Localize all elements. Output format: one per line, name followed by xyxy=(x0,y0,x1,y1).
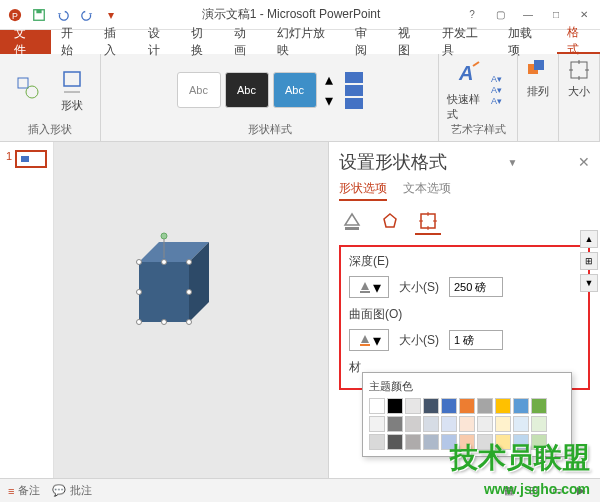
tab-addins[interactable]: 加载项 xyxy=(498,30,553,54)
svg-point-18 xyxy=(187,290,192,295)
arrange-button[interactable]: 排列 xyxy=(526,58,550,99)
svg-rect-22 xyxy=(421,214,435,228)
svg-point-12 xyxy=(187,260,192,265)
color-swatch[interactable] xyxy=(477,398,493,414)
color-swatch[interactable] xyxy=(531,398,547,414)
next-slide-icon[interactable]: ▼ xyxy=(580,274,598,292)
quick-styles-button[interactable]: A 快速样式 xyxy=(447,58,487,122)
color-swatch[interactable] xyxy=(405,434,421,450)
shape-style-gallery[interactable]: Abc Abc Abc xyxy=(177,72,317,108)
color-swatch[interactable] xyxy=(459,416,475,432)
color-swatch[interactable] xyxy=(423,416,439,432)
tab-insert[interactable]: 插入 xyxy=(94,30,137,54)
depth-size-label: 大小(S) xyxy=(399,279,439,296)
svg-point-19 xyxy=(161,233,167,239)
svg-point-16 xyxy=(162,320,167,325)
size-button[interactable]: 大小 xyxy=(567,58,591,99)
contour-color-dropdown[interactable]: ▾ xyxy=(349,329,389,351)
fill-line-icon[interactable] xyxy=(339,209,365,235)
color-swatch[interactable] xyxy=(387,398,403,414)
ribbon: 形状 插入形状 Abc Abc Abc ▴▾ 形状样式 A 快速样式 xyxy=(0,54,600,142)
color-swatch[interactable] xyxy=(441,398,457,414)
ribbon-tabs: 文件 开始 插入 设计 切换 动画 幻灯片放映 审阅 视图 开发工具 加载项 格… xyxy=(0,30,600,54)
color-swatch[interactable] xyxy=(513,398,529,414)
comments-button[interactable]: 💬批注 xyxy=(52,483,92,498)
tab-transitions[interactable]: 切换 xyxy=(181,30,224,54)
tab-slideshow[interactable]: 幻灯片放映 xyxy=(267,30,345,54)
color-swatch[interactable] xyxy=(477,416,493,432)
tab-format[interactable]: 格式 xyxy=(557,30,600,54)
color-swatch[interactable] xyxy=(387,434,403,450)
save-icon[interactable] xyxy=(28,4,50,26)
effects-icon[interactable] xyxy=(377,209,403,235)
contour-size-label: 大小(S) xyxy=(399,332,439,349)
maximize-icon[interactable]: □ xyxy=(544,5,568,25)
help-icon[interactable]: ? xyxy=(460,5,484,25)
depth-size-input[interactable] xyxy=(449,277,503,297)
shape-outline-button[interactable] xyxy=(345,85,363,96)
color-swatch[interactable] xyxy=(405,398,421,414)
slide-thumbnails: 1 xyxy=(0,142,54,478)
text-effects-button[interactable]: A▾ xyxy=(491,96,509,106)
color-swatch[interactable] xyxy=(405,416,421,432)
color-swatch[interactable] xyxy=(441,416,457,432)
svg-point-14 xyxy=(187,320,192,325)
prev-slide-icon[interactable]: ▲ xyxy=(580,230,598,248)
group-arrange: 排列 xyxy=(518,54,559,141)
color-swatch[interactable] xyxy=(423,434,439,450)
svg-point-15 xyxy=(162,260,167,265)
color-swatch[interactable] xyxy=(495,398,511,414)
contour-label: 曲面图(O) xyxy=(349,306,580,323)
tab-animations[interactable]: 动画 xyxy=(224,30,267,54)
shapes-label: 形状 xyxy=(61,98,83,113)
color-swatch[interactable] xyxy=(369,398,385,414)
depth-color-dropdown[interactable]: ▾ xyxy=(349,276,389,298)
size-properties-icon[interactable] xyxy=(415,209,441,235)
svg-text:A: A xyxy=(458,62,473,84)
color-swatch[interactable] xyxy=(513,416,529,432)
slide-canvas[interactable] xyxy=(54,142,328,478)
tab-file[interactable]: 文件 xyxy=(0,30,51,54)
color-swatch[interactable] xyxy=(459,398,475,414)
notes-button[interactable]: ≡备注 xyxy=(8,483,40,498)
fit-icon[interactable]: ⊞ xyxy=(580,252,598,270)
style-preset-black[interactable]: Abc xyxy=(225,72,269,108)
style-preset-white[interactable]: Abc xyxy=(177,72,221,108)
tab-developer[interactable]: 开发工具 xyxy=(432,30,498,54)
cube-shape[interactable] xyxy=(124,232,224,332)
color-swatch[interactable] xyxy=(369,434,385,450)
tab-design[interactable]: 设计 xyxy=(138,30,181,54)
close-icon[interactable]: ✕ xyxy=(572,5,596,25)
minimize-icon[interactable]: — xyxy=(516,5,540,25)
shape-fill-button[interactable] xyxy=(345,72,363,83)
color-swatch[interactable] xyxy=(387,416,403,432)
text-outline-button[interactable]: A▾ xyxy=(491,85,509,95)
slide-thumbnail-1[interactable] xyxy=(15,150,47,168)
group-label-wordart: 艺术字样式 xyxy=(451,122,506,137)
ribbon-options-icon[interactable]: ▢ xyxy=(488,5,512,25)
text-fill-button[interactable]: A▾ xyxy=(491,74,509,84)
tab-review[interactable]: 审阅 xyxy=(345,30,388,54)
color-swatch[interactable] xyxy=(423,398,439,414)
color-swatch[interactable] xyxy=(369,416,385,432)
qat-more-icon[interactable]: ▾ xyxy=(100,4,122,26)
pane-tab-shape-options[interactable]: 形状选项 xyxy=(339,180,387,201)
tab-home[interactable]: 开始 xyxy=(51,30,94,54)
edit-shape-button[interactable] xyxy=(8,76,48,104)
color-swatch[interactable] xyxy=(495,416,511,432)
style-gallery-more[interactable]: ▴▾ xyxy=(321,72,337,108)
slide-nav-buttons: ▲ ⊞ ▼ xyxy=(580,230,598,292)
pane-dropdown-icon[interactable]: ▼ xyxy=(508,157,518,168)
svg-text:P: P xyxy=(12,10,18,20)
redo-icon[interactable] xyxy=(76,4,98,26)
tab-view[interactable]: 视图 xyxy=(388,30,431,54)
shapes-gallery-button[interactable]: 形状 xyxy=(52,68,92,113)
pane-close-icon[interactable]: ✕ xyxy=(578,154,590,170)
contour-size-input[interactable] xyxy=(449,330,503,350)
undo-icon[interactable] xyxy=(52,4,74,26)
pane-tab-text-options[interactable]: 文本选项 xyxy=(403,180,451,201)
style-preset-blue[interactable]: Abc xyxy=(273,72,317,108)
color-swatch[interactable] xyxy=(531,416,547,432)
svg-point-5 xyxy=(26,86,38,98)
shape-effects-button[interactable] xyxy=(345,98,363,109)
